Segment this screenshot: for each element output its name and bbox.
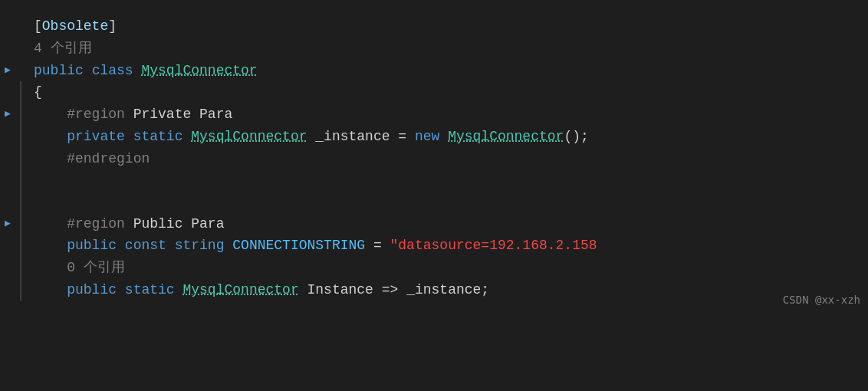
token: "datasource=192.168.2.158 — [390, 235, 597, 257]
gutter-arrow — [0, 257, 15, 279]
code-line: ▶public class MysqlConnector — [0, 60, 868, 82]
token: [ — [34, 15, 42, 38]
token: #region — [67, 104, 133, 126]
vertical-bar — [20, 60, 21, 82]
vertical-bar — [20, 235, 21, 257]
token: CONNECTIONSTRING — [232, 235, 365, 257]
token: Obsolete — [42, 15, 108, 38]
line-content: private static MysqlConnector _instance … — [26, 126, 868, 148]
gutter-arrow: ▶ — [0, 104, 15, 126]
gutter-arrow — [0, 235, 15, 257]
line-content: public static MysqlConnector Instance =>… — [26, 279, 868, 301]
token: = — [365, 235, 390, 257]
token: ] — [108, 15, 117, 38]
vertical-bar — [20, 257, 21, 279]
gutter-arrow — [0, 192, 15, 213]
line-content: 4 个引用 — [26, 38, 868, 60]
line-content: 0 个引用 — [26, 257, 868, 279]
token: string — [175, 235, 233, 257]
code-editor: [Obsolete]4 个引用▶public class MysqlConnec… — [0, 0, 868, 317]
vertical-bar — [20, 15, 21, 38]
gutter-arrow: ▶ — [0, 213, 15, 235]
vertical-bar — [20, 104, 21, 126]
line-content: #region Public Para — [26, 213, 868, 235]
token: const — [125, 235, 175, 257]
token: MysqlConnector — [141, 60, 257, 82]
token: { — [34, 81, 42, 104]
token: MysqlConnector — [448, 126, 564, 148]
token: Instance => _instance; — [299, 279, 489, 301]
token: static — [133, 126, 192, 148]
code-line: ▶ #region Private Para — [0, 104, 868, 126]
token: class — [92, 60, 142, 82]
token: static — [125, 279, 183, 301]
line-content: public class MysqlConnector — [26, 60, 868, 82]
vertical-bar — [20, 192, 21, 213]
token: _instance = — [307, 126, 415, 148]
gutter-arrow — [0, 148, 15, 170]
token: #endregion — [67, 148, 150, 170]
token: public — [67, 279, 125, 301]
line-content: public const string CONNECTIONSTRING = "… — [26, 235, 868, 257]
token: MysqlConnector — [191, 126, 307, 148]
code-line: public static MysqlConnector Instance =>… — [0, 279, 868, 301]
token: public — [34, 60, 92, 82]
line-content: [Obsolete] — [26, 15, 868, 38]
gutter-arrow — [0, 38, 15, 60]
token: public — [67, 235, 125, 257]
code-line: private static MysqlConnector _instance … — [0, 126, 868, 148]
line-content: #endregion — [26, 148, 868, 170]
gutter-arrow — [0, 81, 15, 104]
gutter-arrow — [0, 170, 15, 192]
token: Private Para — [133, 104, 233, 126]
token: (); — [564, 126, 588, 148]
vertical-bar — [20, 38, 21, 60]
code-line: ▶ #region Public Para — [0, 213, 868, 235]
line-content: #region Private Para — [26, 104, 868, 126]
vertical-bar — [20, 213, 21, 235]
gutter-arrow — [0, 15, 15, 38]
watermark: CSDN @xx-xzh — [783, 291, 860, 308]
line-content: { — [26, 81, 868, 104]
gutter-arrow: ▶ — [0, 60, 15, 82]
code-line — [0, 170, 868, 192]
token: private — [67, 126, 133, 148]
vertical-bar — [20, 170, 21, 192]
token: Public Para — [133, 213, 225, 235]
token: 4 个引用 — [34, 38, 92, 60]
line-content — [26, 192, 868, 213]
token: MysqlConnector — [182, 279, 298, 301]
vertical-bar — [20, 81, 21, 104]
code-line: 0 个引用 — [0, 257, 868, 279]
token: new — [415, 126, 448, 148]
line-content — [26, 170, 868, 192]
code-line: #endregion — [0, 148, 868, 170]
gutter-arrow — [0, 126, 15, 148]
token: 0 个引用 — [67, 257, 125, 279]
code-line — [0, 192, 868, 213]
code-line: 4 个引用 — [0, 38, 868, 60]
gutter-arrow — [0, 279, 15, 301]
vertical-bar — [20, 148, 21, 170]
code-line: [Obsolete] — [0, 15, 868, 38]
code-line: public const string CONNECTIONSTRING = "… — [0, 235, 868, 257]
vertical-bar — [20, 279, 21, 301]
vertical-bar — [20, 126, 21, 148]
token: #region — [67, 213, 133, 235]
code-line: { — [0, 81, 868, 104]
